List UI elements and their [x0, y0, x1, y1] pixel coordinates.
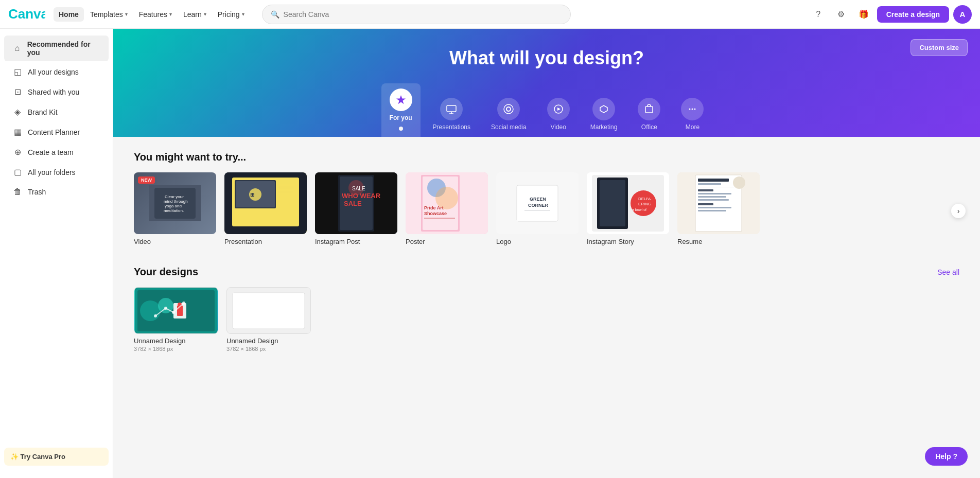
home-icon: ⌂ [12, 44, 22, 53]
sidebar-item-shared[interactable]: ⊡ Shared with you [4, 82, 109, 101]
section-divider [134, 250, 959, 266]
svg-rect-59 [698, 193, 731, 194]
svg-text:GREEN: GREEN [530, 197, 546, 202]
design-thumb-inner-2 [227, 288, 310, 333]
design-name-1: Unnamed Design [134, 337, 218, 345]
category-video[interactable]: Video [539, 93, 578, 137]
marketing-icon [592, 98, 615, 120]
designs-section-header: Your designs See all [134, 266, 959, 278]
create-design-button[interactable]: Create a design [877, 6, 949, 23]
avatar[interactable]: A [953, 5, 972, 24]
category-for-you[interactable]: For you [381, 83, 421, 137]
svg-point-8 [692, 109, 693, 110]
nav-learn[interactable]: Learn ▾ [178, 7, 212, 22]
svg-rect-22 [278, 180, 296, 184]
svg-rect-64 [698, 210, 726, 211]
template-label-presentation: Presentation [224, 238, 307, 245]
design-name-2: Unnamed Design [226, 337, 311, 345]
design-card-1[interactable]: Unnamed Design 3782 × 1868 px [134, 287, 218, 352]
chevron-down-icon: ▾ [242, 11, 244, 17]
sidebar-item-create-team[interactable]: ⊕ Create a team [4, 143, 109, 162]
social-media-icon [497, 98, 520, 120]
svg-text:Showcase: Showcase [424, 211, 447, 216]
template-card-instagram[interactable]: WHO WEAR SALE SALE Instagram Post [315, 172, 397, 245]
notifications-icon-btn[interactable]: 🎁 [854, 5, 873, 24]
svg-text:Canva: Canva [8, 7, 45, 22]
nav-features[interactable]: Features ▾ [134, 7, 177, 22]
see-all-link[interactable]: See all [937, 268, 959, 276]
svg-text:yoga and: yoga and [165, 204, 182, 208]
try-canva-pro-button[interactable]: ✨ Try Canva Pro [4, 448, 109, 466]
search-icon: 🔍 [271, 10, 279, 19]
sidebar-item-recommended[interactable]: ⌂ Recommended for you [4, 36, 109, 61]
content-area: You might want to try... NEW Clear your … [113, 137, 980, 366]
template-label-poster: Poster [406, 238, 488, 245]
svg-point-73 [154, 314, 157, 317]
template-label-instagram: Instagram Post [315, 238, 397, 245]
template-thumb-resume [677, 172, 760, 234]
help-button[interactable]: Help ? [925, 447, 968, 466]
scroll-right-arrow[interactable]: › [951, 204, 966, 218]
category-social-media[interactable]: Social media [483, 93, 535, 137]
nav-templates[interactable]: Templates ▾ [85, 7, 133, 22]
template-label-video: Video [134, 238, 216, 245]
chevron-down-icon: ▾ [204, 11, 206, 17]
topbar-right: ? ⚙ 🎁 Create a design A [809, 5, 972, 24]
for-you-icon [390, 88, 412, 111]
topbar: Canva Home Templates ▾ Features ▾ Learn … [0, 0, 980, 29]
help-icon-btn[interactable]: ? [809, 5, 828, 24]
svg-text:⊞: ⊞ [250, 192, 254, 198]
sidebar-item-trash[interactable]: 🗑 Trash [4, 183, 109, 201]
category-more[interactable]: More [673, 93, 712, 137]
svg-rect-56 [698, 183, 721, 185]
sidebar-item-folders[interactable]: ▢ All your folders [4, 163, 109, 182]
svg-rect-55 [698, 179, 729, 182]
svg-text:Pride Art: Pride Art [424, 205, 444, 210]
settings-icon-btn[interactable]: ⚙ [832, 5, 850, 24]
presentations-icon [440, 98, 463, 120]
template-card-logo[interactable]: GREEN CORNER Logo [496, 172, 579, 245]
design-card-2[interactable]: Unnamed Design 3782 × 1868 px [226, 287, 311, 352]
category-tabs: For you Presentations Social media [138, 83, 955, 137]
template-label-resume: Resume [677, 238, 760, 245]
category-office[interactable]: Office [629, 93, 669, 137]
nav-home[interactable]: Home [54, 7, 84, 22]
sidebar-item-content-planner[interactable]: ▦ Content Planner [4, 122, 109, 141]
svg-marker-5 [557, 108, 561, 111]
sidebar-item-brand-kit[interactable]: ◈ Brand Kit [4, 102, 109, 121]
hero-title: What will you design? [138, 47, 955, 69]
svg-rect-23 [278, 186, 294, 189]
designs-section-title: Your designs [134, 266, 198, 278]
template-grid: NEW Clear your mind through yoga and med… [134, 172, 959, 250]
search-input[interactable] [284, 10, 562, 19]
template-label-logo: Logo [496, 238, 579, 245]
video-icon [547, 98, 570, 120]
svg-text:Clear your: Clear your [165, 194, 184, 199]
svg-point-9 [694, 109, 696, 110]
trash-icon: 🗑 [12, 187, 23, 197]
svg-rect-6 [645, 107, 653, 113]
template-card-poster[interactable]: Pride Art Showcase Poster [406, 172, 488, 245]
custom-size-button[interactable]: Custom size [911, 39, 968, 56]
try-section-header: You might want to try... [134, 151, 959, 163]
category-marketing[interactable]: Marketing [582, 93, 626, 137]
template-label-ig-story: Instagram Story [587, 238, 669, 245]
svg-text:ERING: ERING [638, 202, 651, 206]
template-card-presentation[interactable]: ⊞ Presentation [224, 172, 307, 245]
svg-rect-39 [424, 218, 455, 219]
template-card-video[interactable]: NEW Clear your mind through yoga and med… [134, 172, 216, 245]
svg-rect-57 [698, 187, 734, 187]
office-icon [638, 98, 660, 120]
svg-rect-62 [698, 203, 713, 205]
nav-pricing[interactable]: Pricing ▾ [213, 7, 250, 22]
svg-text:meditation.: meditation. [164, 208, 184, 213]
category-presentations[interactable]: Presentations [425, 93, 479, 137]
template-card-ig-story[interactable]: DELIV- ERING a bowl of Instagram Story [587, 172, 669, 245]
template-card-resume[interactable]: Resume [677, 172, 760, 245]
svg-rect-44 [524, 210, 550, 210]
sidebar-item-all-designs[interactable]: ◱ All your designs [4, 62, 109, 81]
hero-section: Custom size What will you design? For yo… [113, 29, 980, 137]
sidebar: ⌂ Recommended for you ◱ All your designs… [0, 29, 113, 478]
design-thumb-1 [134, 287, 218, 334]
canva-logo[interactable]: Canva [8, 7, 45, 22]
